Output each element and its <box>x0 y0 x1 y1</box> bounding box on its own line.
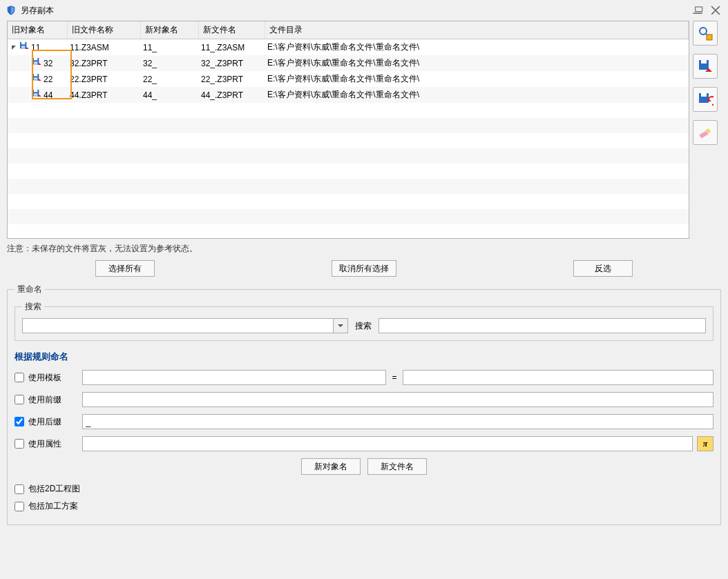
tool-save-out-icon[interactable] <box>693 54 718 79</box>
cell-old-file: 22.Z3PRT <box>67 71 140 87</box>
minimize-icon[interactable] <box>691 3 705 17</box>
template-input[interactable] <box>82 370 386 385</box>
use-suffix-label: 使用后缀 <box>28 416 78 428</box>
table-row-empty <box>8 164 689 179</box>
table-row-empty <box>8 179 689 194</box>
file-icon <box>19 41 31 54</box>
svg-rect-12 <box>34 90 37 92</box>
table-row-empty <box>8 118 689 133</box>
rename-legend: 重命名 <box>15 284 45 295</box>
new-file-name-button[interactable]: 新文件名 <box>367 458 427 475</box>
include-cam-checkbox[interactable] <box>15 502 24 511</box>
cell-new-obj: 22_ <box>140 71 198 87</box>
svg-point-14 <box>700 28 707 35</box>
search-combo-input[interactable] <box>22 318 333 333</box>
cell-new-file: 44_.Z3PRT <box>198 87 265 103</box>
search-group: 搜索 搜索 <box>15 301 713 341</box>
table-row[interactable]: 4444.Z3PRT44_44_.Z3PRTE:\客户资料\东威\重命名文件\重… <box>8 87 689 103</box>
use-template-checkbox[interactable] <box>15 373 24 382</box>
cell-new-obj: 32_ <box>140 55 198 71</box>
invert-selection-button[interactable]: 反选 <box>573 260 633 277</box>
svg-rect-6 <box>34 58 37 60</box>
cell-old-file: 32.Z3PRT <box>67 55 140 71</box>
include-cam-label: 包括加工方案 <box>28 500 78 512</box>
table-row-empty <box>8 224 689 239</box>
app-shield-icon <box>6 5 17 16</box>
table-row-empty <box>8 209 689 224</box>
table-row[interactable]: 3232.Z3PRT32_32_.Z3PRTE:\客户资料\东威\重命名文件\重… <box>8 55 689 71</box>
table-row-empty <box>8 148 689 164</box>
col-old-file[interactable]: 旧文件名称 <box>67 21 140 39</box>
expand-toggle <box>23 76 30 83</box>
search-label: 搜索 <box>355 320 372 332</box>
svg-rect-0 <box>693 12 702 14</box>
expand-toggle <box>23 60 30 67</box>
col-new-file[interactable]: 新文件名 <box>198 21 265 39</box>
svg-rect-4 <box>21 46 25 48</box>
old-obj-name: 22 <box>44 75 52 84</box>
select-all-button[interactable]: 选择所有 <box>95 260 155 277</box>
include-2d-checkbox[interactable] <box>15 484 24 494</box>
table-row-empty <box>8 194 689 209</box>
tool-erase-icon[interactable] <box>693 120 718 145</box>
use-template-label: 使用模板 <box>28 372 78 384</box>
search-legend: 搜索 <box>22 301 44 313</box>
table-row[interactable]: 2222.Z3PRT22_22_.Z3PRTE:\客户资料\东威\重命名文件\重… <box>8 71 689 87</box>
cell-dir: E:\客户资料\东威\重命名文件\重命名文件\ <box>265 55 689 71</box>
cell-old-file: 11.Z3ASM <box>67 39 140 56</box>
svg-rect-20 <box>701 93 707 97</box>
search-combo-dropdown[interactable] <box>333 318 348 333</box>
cell-new-file: 22_.Z3PRT <box>198 71 265 87</box>
table-row-empty <box>8 103 689 118</box>
svg-rect-1 <box>696 7 702 12</box>
cell-new-file: 11_.Z3ASM <box>198 39 265 56</box>
col-old-obj[interactable]: 旧对象名 <box>8 21 67 39</box>
old-obj-name: 11 <box>31 43 40 52</box>
close-icon[interactable] <box>709 3 722 17</box>
tool-find-replace-icon[interactable] <box>693 21 718 46</box>
attribute-input[interactable] <box>82 436 693 451</box>
new-obj-name-button[interactable]: 新对象名 <box>301 458 361 475</box>
use-suffix-checkbox[interactable] <box>15 417 24 426</box>
deselect-all-button[interactable]: 取消所有选择 <box>332 260 396 277</box>
svg-rect-16 <box>707 35 712 40</box>
note-text: 注意：未保存的文件将置灰，无法设置为参考状态。 <box>7 243 721 255</box>
svg-rect-9 <box>34 74 37 76</box>
template-result-input[interactable] <box>403 370 713 385</box>
col-new-obj[interactable]: 新对象名 <box>140 21 198 39</box>
search-input[interactable] <box>379 318 706 333</box>
expand-toggle <box>23 92 30 99</box>
suffix-input[interactable] <box>82 414 713 429</box>
chevron-down-icon <box>337 322 344 329</box>
rule-title: 根据规则命名 <box>15 351 713 363</box>
expand-toggle[interactable] <box>10 44 17 51</box>
use-prefix-label: 使用前缀 <box>28 394 78 406</box>
include-2d-label: 包括2D工程图 <box>28 483 80 495</box>
use-prefix-checkbox[interactable] <box>15 395 24 404</box>
formula-pi-icon[interactable]: π <box>697 436 713 451</box>
table-row-empty <box>8 133 689 148</box>
file-table[interactable]: 旧对象名 旧文件名称 新对象名 新文件名 文件目录 1111.Z3ASM11_1… <box>7 21 689 239</box>
cell-dir: E:\客户资料\东威\重命名文件\重命名文件\ <box>265 87 689 103</box>
svg-rect-10 <box>34 77 37 79</box>
prefix-input[interactable] <box>82 392 713 407</box>
file-icon <box>31 72 44 86</box>
old-obj-name: 32 <box>44 59 52 68</box>
cell-new-obj: 11_ <box>140 39 198 56</box>
cell-dir: E:\客户资料\东威\重命名文件\重命名文件\ <box>265 71 689 87</box>
svg-rect-7 <box>34 61 37 63</box>
side-toolbar <box>689 21 721 239</box>
file-icon <box>31 88 44 101</box>
use-attribute-checkbox[interactable] <box>15 439 24 449</box>
use-attribute-label: 使用属性 <box>28 438 78 450</box>
table-row[interactable]: 1111.Z3ASM11_11_.Z3ASME:\客户资料\东威\重命名文件\重… <box>8 39 689 56</box>
equals-label: = <box>390 373 399 382</box>
cell-old-file: 44.Z3PRT <box>67 87 140 103</box>
cell-new-obj: 44_ <box>140 87 198 103</box>
col-dir[interactable]: 文件目录 <box>265 21 689 39</box>
cell-dir: E:\客户资料\东威\重命名文件\重命名文件\ <box>265 39 689 56</box>
title-bar: 另存副本 <box>0 0 728 21</box>
rename-group: 重命名 搜索 搜索 根据规则命名 使用模板 = <box>7 284 721 525</box>
tool-save-undo-icon[interactable] <box>693 87 718 112</box>
svg-rect-18 <box>701 60 707 63</box>
